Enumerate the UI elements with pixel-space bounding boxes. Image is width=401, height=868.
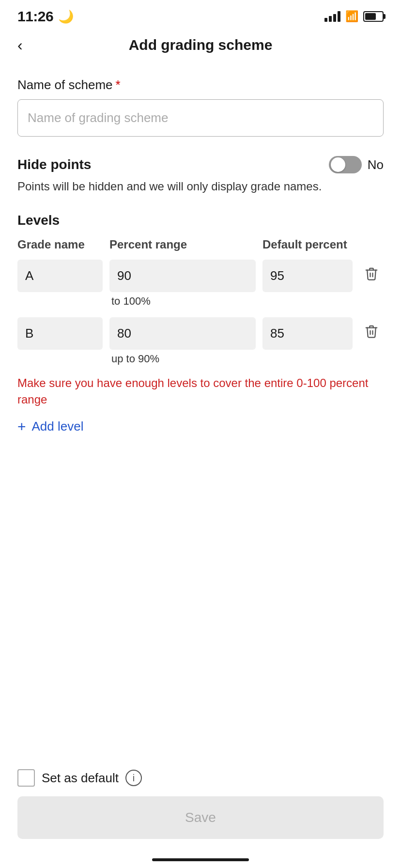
hide-points-label: Hide points — [17, 157, 91, 172]
col-header-percent: Percent range — [109, 237, 262, 252]
toggle-row: No — [329, 156, 384, 173]
status-bar: 11:26 🌙 📶 — [0, 0, 401, 29]
default-percent-wrap-1 — [262, 260, 359, 292]
levels-section: Levels Grade name Percent range Default … — [17, 213, 384, 434]
col-header-default: Default percent — [262, 237, 359, 252]
home-indicator — [152, 858, 249, 861]
grade-name-input-2[interactable] — [17, 317, 103, 350]
level-row: up to 90% — [17, 317, 384, 365]
percent-from-input-1[interactable] — [109, 260, 256, 292]
hide-points-row: Hide points No — [17, 156, 384, 173]
name-label: Name of scheme * — [17, 78, 384, 93]
levels-header: Grade name Percent range Default percent — [17, 237, 384, 252]
delete-level-1-button[interactable] — [359, 260, 384, 281]
toggle-knob — [331, 157, 345, 172]
percent-range-wrap-1: to 100% — [109, 260, 262, 308]
default-percent-input-1[interactable] — [262, 260, 353, 292]
grade-name-wrap-2 — [17, 317, 109, 350]
main-content: Name of scheme * Hide points No Points w… — [0, 66, 401, 446]
percent-range-wrap-2: up to 90% — [109, 317, 262, 365]
level-row: to 100% — [17, 260, 384, 308]
add-level-plus-icon: + — [17, 419, 26, 434]
toggle-status: No — [368, 157, 384, 172]
hide-points-section: Hide points No Points will be hidden and… — [17, 156, 384, 195]
bottom-section: Set as default i Save — [0, 769, 401, 839]
moon-icon: 🌙 — [58, 9, 74, 24]
battery-icon — [363, 11, 384, 22]
scheme-name-input[interactable] — [17, 99, 384, 137]
default-percent-input-2[interactable] — [262, 317, 353, 350]
range-label-2: up to 90% — [109, 353, 256, 365]
add-level-button[interactable]: + Add level — [17, 419, 384, 434]
delete-level-2-button[interactable] — [359, 317, 384, 339]
default-percent-wrap-2 — [262, 317, 359, 350]
percent-from-input-2[interactable] — [109, 317, 256, 350]
set-default-label: Set as default — [42, 771, 119, 786]
signal-icon — [324, 11, 340, 22]
grade-name-wrap-1 — [17, 260, 109, 292]
required-indicator: * — [116, 78, 121, 93]
col-header-grade: Grade name — [17, 237, 109, 252]
page-title: Add grading scheme — [129, 37, 273, 53]
grade-name-input-1[interactable] — [17, 260, 103, 292]
add-level-label: Add level — [32, 419, 84, 434]
status-icons: 📶 — [324, 10, 384, 23]
set-default-row: Set as default i — [17, 769, 384, 787]
save-button[interactable]: Save — [17, 796, 384, 839]
set-default-checkbox[interactable] — [17, 769, 35, 787]
info-icon[interactable]: i — [125, 770, 142, 786]
nav-header: ‹ Add grading scheme — [0, 29, 401, 61]
error-message: Make sure you have enough levels to cove… — [17, 375, 384, 407]
levels-title: Levels — [17, 213, 384, 228]
hide-points-toggle[interactable] — [329, 156, 362, 173]
back-button[interactable]: ‹ — [17, 37, 23, 53]
range-label-1: to 100% — [109, 295, 256, 308]
name-field-section: Name of scheme * — [17, 78, 384, 137]
status-time: 11:26 — [17, 8, 53, 25]
hide-points-description: Points will be hidden and we will only d… — [17, 178, 384, 195]
wifi-icon: 📶 — [345, 10, 358, 23]
